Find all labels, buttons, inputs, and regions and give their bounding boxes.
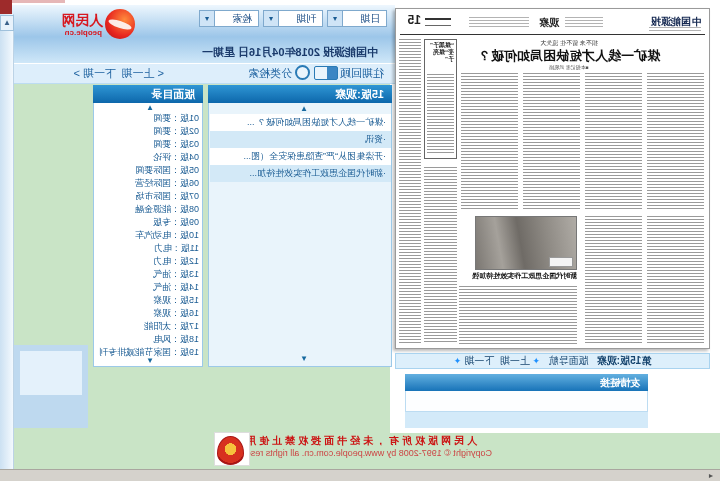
directory-item[interactable]: 15版：观察 <box>97 294 199 307</box>
directory-item[interactable]: 04版：评论 <box>97 151 199 164</box>
masthead-section: 观察 <box>539 16 559 30</box>
directory-item[interactable]: 01版：要闻 <box>97 112 199 125</box>
friendly-links-title: 友情链接 <box>405 374 648 391</box>
masthead-fineprint <box>565 17 603 29</box>
sidebar-box-title: “煤黑子”变“煤亮子” <box>427 42 454 63</box>
license-badge[interactable] <box>214 432 250 466</box>
scroll-down-icon[interactable]: ▼ <box>146 356 154 365</box>
directory-item[interactable]: 18版：风电 <box>97 333 199 346</box>
people-cn-logo-icon <box>105 9 135 39</box>
body-column <box>647 216 704 344</box>
search-badge-icon[interactable] <box>295 65 310 80</box>
view-toggle-icon[interactable] <box>314 66 338 80</box>
page-toolbar: 第15版:观察 版面导航 ✦ 上一期 下一期 ✦ <box>395 353 710 369</box>
masthead-rule <box>425 18 451 20</box>
side-info-box <box>14 345 88 428</box>
directory-item[interactable]: 16版：观察 <box>97 307 199 320</box>
directory-item[interactable]: 02版：要闻 <box>97 125 199 138</box>
masthead-rule <box>425 25 451 26</box>
next-page-link[interactable]: 下一期 <box>464 355 494 366</box>
body-column <box>461 73 518 211</box>
article-byline: ■本报记者 武晓娟 <box>444 64 694 70</box>
prev-page-link[interactable]: 上一期 <box>500 355 530 366</box>
directory-item[interactable]: 12版：电力 <box>97 255 199 268</box>
masthead-fineprint <box>649 27 701 31</box>
directory-item[interactable]: 03版：要闻 <box>97 138 199 151</box>
past-issues-link[interactable]: 往期回顾 <box>340 66 384 81</box>
photo-caption: 新时代国企思政工作实效性待加强 <box>457 271 577 281</box>
masthead-page-number: 15 <box>408 13 421 27</box>
chrome-red-line <box>10 0 65 3</box>
vertical-scrollbar[interactable] <box>0 14 14 469</box>
masthead-divider <box>400 34 705 35</box>
scroll-up-icon[interactable]: ▲ <box>300 104 308 113</box>
body-column <box>523 73 580 211</box>
body-column <box>647 73 704 211</box>
scrollbar-left-button[interactable]: ◄ <box>704 471 718 480</box>
article-list-item[interactable]: ·资讯 <box>210 131 391 148</box>
chevron-down-icon[interactable]: ▼ <box>264 11 279 26</box>
friendly-links-panel: 友情链接 <box>405 374 648 428</box>
friendly-links-footer <box>405 412 648 428</box>
chevron-down-icon[interactable]: ▼ <box>328 11 343 26</box>
mirrored-capture: 人民网 people.cn 日期 ▼ 刊期 ▼ 检索 ▼ 中国能源报 2018年… <box>0 0 720 481</box>
current-page-label: 第15版:观察 <box>597 355 651 366</box>
chevron-down-icon[interactable]: ▼ <box>200 11 215 26</box>
article-list-item[interactable]: ·煤矿一线人才短缺困局如何破？ ... <box>210 114 391 131</box>
copyright-cn: 人民网版权所有，未经书面授权禁止使用 <box>0 434 720 448</box>
page-nav-link[interactable]: 版面导航 <box>548 355 588 366</box>
search-select-value: 检索 <box>232 13 252 24</box>
body-column <box>399 39 421 344</box>
directory-item[interactable]: 11版：电力 <box>97 242 199 255</box>
photo-credit-chip <box>549 257 573 267</box>
directory-item[interactable]: 09版：专版 <box>97 216 199 229</box>
directory-item[interactable]: 05版：国际要闻 <box>97 164 199 177</box>
next-diamond-icon: ✦ <box>454 356 462 366</box>
copyright-en: Copyright © 1997-2008 by www.people.com.… <box>0 448 720 458</box>
issue-select-value: 刊期 <box>296 13 316 24</box>
directory-item[interactable]: 14版：油气 <box>97 281 199 294</box>
sidebar-box-text <box>427 74 454 154</box>
search-select[interactable]: 检索 ▼ <box>199 10 259 27</box>
directory-item[interactable]: 06版：国际经营 <box>97 177 199 190</box>
license-badge-emblem <box>217 436 244 465</box>
masthead-fineprint <box>469 17 529 29</box>
newspaper-page-image[interactable]: 中国能源报 观察 15 招不来 留不住 流失大 煤矿一线人才短缺困局如何破？ ■… <box>395 8 710 349</box>
directory-item[interactable]: 13版：油气 <box>97 268 199 281</box>
article-list-item[interactable]: ·开滦集团从“严”查隐患保安全（图... <box>210 148 391 165</box>
scrollbar-up-button[interactable]: ▲ <box>0 15 14 31</box>
directory-item[interactable]: 17版：太阳能 <box>97 320 199 333</box>
directory-item[interactable]: 07版：国际市场 <box>97 190 199 203</box>
article-list-item[interactable]: ·新时代国企思政工作实效性待加... <box>210 165 391 182</box>
date-select-value: 日期 <box>360 13 380 24</box>
body-column <box>459 286 577 344</box>
body-column <box>424 167 457 344</box>
sidebar-box: “煤黑子”变“煤亮子” <box>424 39 457 159</box>
chrome-red-corner <box>0 0 12 14</box>
browser-viewport: 人民网 people.cn 日期 ▼ 刊期 ▼ 检索 ▼ 中国能源报 2018年… <box>0 0 720 481</box>
issue-date-line: 中国能源报 2018年04月16日 星期一 <box>202 45 378 60</box>
side-info-box-inner <box>20 351 82 395</box>
next-issue-link[interactable]: 下一期 > <box>74 66 116 81</box>
scroll-down-icon[interactable]: ▼ <box>300 354 308 363</box>
article-headline: 煤矿一线人才短缺困局如何破？ <box>444 47 694 65</box>
directory-panel-header: 版面目录 <box>93 85 203 103</box>
prev-issue-link[interactable]: < 上一期 <box>122 66 164 81</box>
issue-select[interactable]: 刊期 ▼ <box>263 10 323 27</box>
horizontal-scrollbar[interactable] <box>0 469 720 481</box>
body-column <box>585 216 642 344</box>
date-select[interactable]: 日期 ▼ <box>327 10 387 27</box>
directory-item[interactable]: 08版：能源金融 <box>97 203 199 216</box>
body-column <box>585 73 642 211</box>
scroll-up-icon[interactable]: ▲ <box>146 103 154 112</box>
friendly-links-body[interactable] <box>405 391 648 412</box>
directory-item[interactable]: 10版：电动汽车 <box>97 229 199 242</box>
articles-panel-header: 15版:观察 <box>208 85 392 103</box>
category-search-link[interactable]: 分类检索 <box>248 66 292 81</box>
prev-diamond-icon: ✦ <box>533 356 541 366</box>
logo-title-en[interactable]: people.cn <box>65 28 102 37</box>
